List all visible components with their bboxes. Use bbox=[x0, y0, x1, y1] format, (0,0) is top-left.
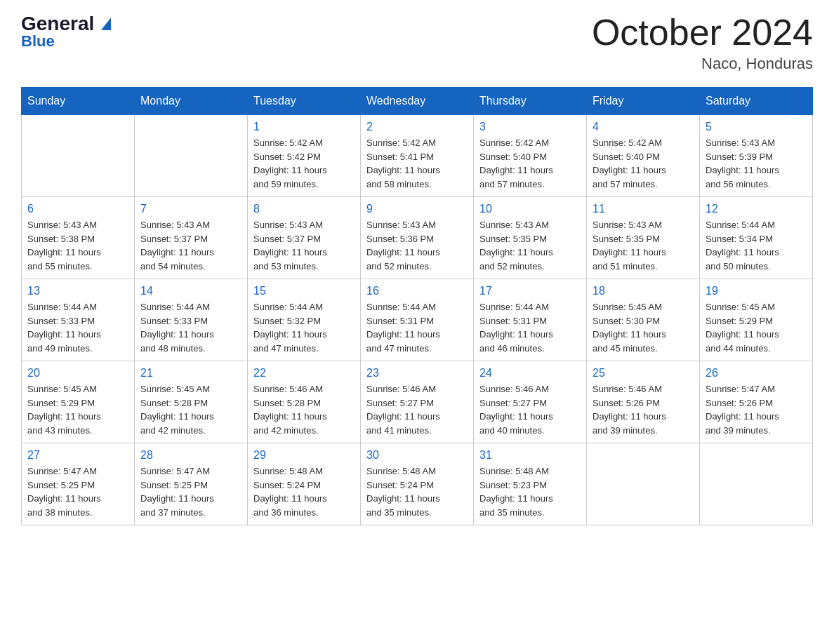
day-info: Sunrise: 5:43 AMSunset: 5:35 PMDaylight:… bbox=[593, 218, 694, 273]
day-number: 15 bbox=[253, 285, 355, 297]
calendar-cell bbox=[22, 115, 135, 197]
day-number: 9 bbox=[366, 203, 468, 215]
location: Naco, Honduras bbox=[592, 55, 813, 73]
calendar-cell: 21Sunrise: 5:45 AMSunset: 5:28 PMDayligh… bbox=[135, 361, 248, 443]
day-number: 27 bbox=[27, 449, 128, 462]
calendar-cell: 8Sunrise: 5:43 AMSunset: 5:37 PMDaylight… bbox=[248, 197, 361, 279]
day-of-week-header: Saturday bbox=[700, 88, 813, 115]
calendar-cell: 1Sunrise: 5:42 AMSunset: 5:42 PMDaylight… bbox=[248, 115, 361, 197]
day-info: Sunrise: 5:44 AMSunset: 5:34 PMDaylight:… bbox=[706, 218, 807, 273]
calendar-cell bbox=[587, 443, 700, 525]
title-area: October 2024 Naco, Honduras bbox=[592, 14, 813, 73]
calendar-cell: 5Sunrise: 5:43 AMSunset: 5:39 PMDaylight… bbox=[700, 115, 813, 197]
calendar-cell: 3Sunrise: 5:42 AMSunset: 5:40 PMDaylight… bbox=[474, 115, 587, 197]
day-info: Sunrise: 5:44 AMSunset: 5:31 PMDaylight:… bbox=[366, 300, 468, 355]
calendar-cell bbox=[700, 443, 813, 525]
calendar-cell: 29Sunrise: 5:48 AMSunset: 5:24 PMDayligh… bbox=[248, 443, 361, 525]
calendar-cell: 6Sunrise: 5:43 AMSunset: 5:38 PMDaylight… bbox=[22, 197, 135, 279]
day-info: Sunrise: 5:44 AMSunset: 5:31 PMDaylight:… bbox=[479, 300, 581, 355]
calendar-header-row: SundayMondayTuesdayWednesdayThursdayFrid… bbox=[22, 88, 813, 115]
day-number: 25 bbox=[593, 367, 694, 380]
calendar-cell: 27Sunrise: 5:47 AMSunset: 5:25 PMDayligh… bbox=[22, 443, 135, 525]
calendar-week-row: 1Sunrise: 5:42 AMSunset: 5:42 PMDaylight… bbox=[22, 115, 813, 197]
day-info: Sunrise: 5:43 AMSunset: 5:38 PMDaylight:… bbox=[27, 218, 128, 273]
day-info: Sunrise: 5:45 AMSunset: 5:29 PMDaylight:… bbox=[706, 300, 807, 355]
calendar-cell: 24Sunrise: 5:46 AMSunset: 5:27 PMDayligh… bbox=[474, 361, 587, 443]
calendar-cell: 12Sunrise: 5:44 AMSunset: 5:34 PMDayligh… bbox=[700, 197, 813, 279]
day-number: 14 bbox=[140, 285, 241, 297]
day-number: 17 bbox=[479, 285, 581, 297]
day-number: 19 bbox=[706, 285, 807, 297]
day-number: 28 bbox=[140, 449, 241, 462]
day-number: 11 bbox=[593, 203, 694, 215]
day-of-week-header: Thursday bbox=[474, 88, 587, 115]
calendar-cell: 7Sunrise: 5:43 AMSunset: 5:37 PMDaylight… bbox=[135, 197, 248, 279]
calendar-cell: 23Sunrise: 5:46 AMSunset: 5:27 PMDayligh… bbox=[361, 361, 474, 443]
calendar-cell: 18Sunrise: 5:45 AMSunset: 5:30 PMDayligh… bbox=[587, 279, 700, 361]
day-info: Sunrise: 5:48 AMSunset: 5:23 PMDaylight:… bbox=[479, 464, 581, 519]
day-info: Sunrise: 5:46 AMSunset: 5:27 PMDaylight:… bbox=[479, 382, 581, 437]
calendar-cell: 13Sunrise: 5:44 AMSunset: 5:33 PMDayligh… bbox=[22, 279, 135, 361]
day-info: Sunrise: 5:44 AMSunset: 5:33 PMDaylight:… bbox=[27, 300, 128, 355]
day-info: Sunrise: 5:47 AMSunset: 5:26 PMDaylight:… bbox=[706, 382, 807, 437]
calendar-week-row: 13Sunrise: 5:44 AMSunset: 5:33 PMDayligh… bbox=[22, 279, 813, 361]
day-number: 5 bbox=[706, 121, 807, 133]
calendar-week-row: 6Sunrise: 5:43 AMSunset: 5:38 PMDaylight… bbox=[22, 197, 813, 279]
day-info: Sunrise: 5:43 AMSunset: 5:36 PMDaylight:… bbox=[366, 218, 468, 273]
day-number: 12 bbox=[706, 203, 807, 215]
day-info: Sunrise: 5:42 AMSunset: 5:41 PMDaylight:… bbox=[366, 136, 468, 191]
day-number: 10 bbox=[479, 203, 581, 215]
day-info: Sunrise: 5:43 AMSunset: 5:37 PMDaylight:… bbox=[140, 218, 241, 273]
logo-bottom: Blue bbox=[21, 32, 55, 51]
day-number: 6 bbox=[27, 203, 128, 215]
day-info: Sunrise: 5:44 AMSunset: 5:32 PMDaylight:… bbox=[253, 300, 355, 355]
calendar-cell: 19Sunrise: 5:45 AMSunset: 5:29 PMDayligh… bbox=[700, 279, 813, 361]
calendar-cell: 10Sunrise: 5:43 AMSunset: 5:35 PMDayligh… bbox=[474, 197, 587, 279]
logo-top: General bbox=[21, 14, 111, 34]
calendar-cell: 26Sunrise: 5:47 AMSunset: 5:26 PMDayligh… bbox=[700, 361, 813, 443]
day-of-week-header: Friday bbox=[587, 88, 700, 115]
calendar-cell: 16Sunrise: 5:44 AMSunset: 5:31 PMDayligh… bbox=[361, 279, 474, 361]
calendar-table: SundayMondayTuesdayWednesdayThursdayFrid… bbox=[21, 87, 813, 525]
calendar-cell: 11Sunrise: 5:43 AMSunset: 5:35 PMDayligh… bbox=[587, 197, 700, 279]
day-number: 21 bbox=[140, 367, 241, 380]
day-number: 16 bbox=[366, 285, 468, 297]
calendar-cell: 15Sunrise: 5:44 AMSunset: 5:32 PMDayligh… bbox=[248, 279, 361, 361]
day-number: 18 bbox=[593, 285, 694, 297]
day-info: Sunrise: 5:44 AMSunset: 5:33 PMDaylight:… bbox=[140, 300, 241, 355]
day-number: 30 bbox=[366, 449, 468, 462]
day-info: Sunrise: 5:43 AMSunset: 5:35 PMDaylight:… bbox=[479, 218, 581, 273]
day-number: 4 bbox=[593, 121, 694, 133]
day-info: Sunrise: 5:42 AMSunset: 5:40 PMDaylight:… bbox=[593, 136, 694, 191]
day-info: Sunrise: 5:46 AMSunset: 5:26 PMDaylight:… bbox=[593, 382, 694, 437]
calendar-cell: 22Sunrise: 5:46 AMSunset: 5:28 PMDayligh… bbox=[248, 361, 361, 443]
day-of-week-header: Wednesday bbox=[361, 88, 474, 115]
day-info: Sunrise: 5:43 AMSunset: 5:39 PMDaylight:… bbox=[706, 136, 807, 191]
calendar-week-row: 27Sunrise: 5:47 AMSunset: 5:25 PMDayligh… bbox=[22, 443, 813, 525]
calendar-cell: 31Sunrise: 5:48 AMSunset: 5:23 PMDayligh… bbox=[474, 443, 587, 525]
day-number: 22 bbox=[253, 367, 355, 380]
calendar-week-row: 20Sunrise: 5:45 AMSunset: 5:29 PMDayligh… bbox=[22, 361, 813, 443]
day-of-week-header: Monday bbox=[135, 88, 248, 115]
day-number: 20 bbox=[27, 367, 128, 380]
day-number: 8 bbox=[253, 203, 355, 215]
calendar-cell: 9Sunrise: 5:43 AMSunset: 5:36 PMDaylight… bbox=[361, 197, 474, 279]
day-info: Sunrise: 5:45 AMSunset: 5:29 PMDaylight:… bbox=[27, 382, 128, 437]
day-of-week-header: Tuesday bbox=[248, 88, 361, 115]
day-info: Sunrise: 5:42 AMSunset: 5:42 PMDaylight:… bbox=[253, 136, 355, 191]
day-info: Sunrise: 5:42 AMSunset: 5:40 PMDaylight:… bbox=[479, 136, 581, 191]
calendar-cell: 2Sunrise: 5:42 AMSunset: 5:41 PMDaylight… bbox=[361, 115, 474, 197]
calendar-cell: 25Sunrise: 5:46 AMSunset: 5:26 PMDayligh… bbox=[587, 361, 700, 443]
day-info: Sunrise: 5:43 AMSunset: 5:37 PMDaylight:… bbox=[253, 218, 355, 273]
day-info: Sunrise: 5:47 AMSunset: 5:25 PMDaylight:… bbox=[140, 464, 241, 519]
day-number: 31 bbox=[479, 449, 581, 462]
day-info: Sunrise: 5:46 AMSunset: 5:28 PMDaylight:… bbox=[253, 382, 355, 437]
logo: General Blue bbox=[21, 14, 111, 51]
day-number: 23 bbox=[366, 367, 468, 380]
day-number: 24 bbox=[479, 367, 581, 380]
calendar-cell: 4Sunrise: 5:42 AMSunset: 5:40 PMDaylight… bbox=[587, 115, 700, 197]
day-number: 13 bbox=[27, 285, 128, 297]
day-info: Sunrise: 5:48 AMSunset: 5:24 PMDaylight:… bbox=[253, 464, 355, 519]
calendar-cell: 30Sunrise: 5:48 AMSunset: 5:24 PMDayligh… bbox=[361, 443, 474, 525]
day-number: 7 bbox=[140, 203, 241, 215]
